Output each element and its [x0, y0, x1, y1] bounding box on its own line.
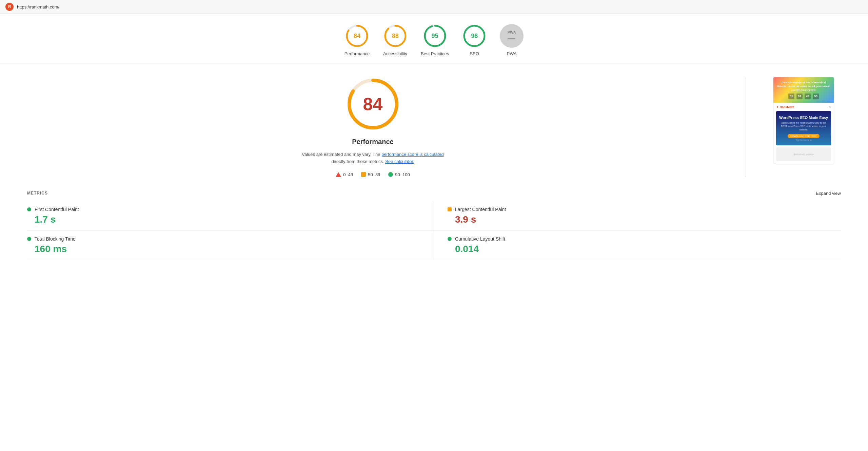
- score-item-pwa[interactable]: PWA — PWA: [500, 24, 524, 56]
- metric-name-row-tbt: Total Blocking Time: [27, 236, 420, 242]
- screenshot-nav: ✦ RankMath ≡: [776, 105, 831, 109]
- high-score-icon: [388, 172, 393, 177]
- score-value-performance: 84: [354, 33, 360, 40]
- desc-text-before: Values are estimated and may vary. The: [302, 152, 380, 157]
- screenshot-body: ✦ RankMath ≡ WordPress SEO Made Easy Ran…: [773, 103, 834, 164]
- timer-h: 01: [788, 94, 794, 99]
- lcp-value: 3.9 s: [448, 214, 841, 225]
- score-circle-best-practices: 95: [423, 24, 447, 48]
- metric-name-row-fcp: First Contentful Paint: [27, 207, 420, 212]
- fcp-label: First Contentful Paint: [35, 207, 79, 212]
- score-label-performance: Performance: [344, 51, 370, 56]
- timer-ms: 50: [813, 94, 819, 99]
- metric-item-lcp: Largest Contentful Paint 3.9 s: [434, 201, 841, 231]
- score-value-accessibility: 88: [392, 33, 399, 40]
- hero-title: WordPress SEO Made Easy: [779, 115, 828, 120]
- metric-item-tbt: Total Blocking Time 160 ms: [27, 231, 434, 260]
- perf-score-link[interactable]: performance score is calculated: [381, 152, 444, 157]
- banner-text: Take Advantage of the 2x Benefits! Unloc…: [777, 81, 830, 88]
- tbt-label: Total Blocking Time: [35, 236, 76, 242]
- hero-link: Try Demo Here: [779, 139, 828, 141]
- top-bar: R https://rankmath.com/: [0, 0, 868, 14]
- score-item-best-practices[interactable]: 95 Best Practices: [421, 24, 449, 56]
- lcp-status-icon: [448, 207, 452, 211]
- performance-description: Values are estimated and may vary. The p…: [298, 151, 448, 165]
- screenshot-footer: dashboard preview: [776, 147, 831, 161]
- calculator-link[interactable]: See calculator.: [385, 159, 414, 164]
- site-logo: R: [5, 3, 14, 11]
- low-score-icon: [336, 172, 341, 177]
- tbt-value: 160 ms: [27, 244, 420, 254]
- tbt-status-icon: [27, 237, 31, 241]
- metrics-title: METRICS: [27, 191, 48, 196]
- desc-text-middle: directly from these metrics.: [331, 159, 384, 164]
- left-panel: 84 Performance Values are estimated and …: [27, 77, 718, 177]
- url-bar: https://rankmath.com/: [17, 4, 59, 9]
- score-circle-seo: 98: [462, 24, 486, 48]
- cls-status-icon: [448, 237, 452, 241]
- performance-title: Performance: [352, 138, 393, 146]
- screenshot-logo: ✦ RankMath: [776, 105, 794, 109]
- score-header: 84 Performance 88 Accessibility 95 Best …: [0, 14, 868, 63]
- legend-item-high: 90–100: [388, 172, 410, 177]
- score-item-accessibility[interactable]: 88 Accessibility: [383, 24, 407, 56]
- pwa-symbol: —: [508, 34, 515, 42]
- big-score-value: 84: [363, 94, 383, 114]
- big-score-circle: 84: [346, 77, 400, 131]
- legend-range-low: 0–49: [343, 172, 353, 177]
- metrics-section: METRICS Expand view First Contentful Pai…: [0, 191, 868, 274]
- screenshot-hero: WordPress SEO Made Easy Rank Math is the…: [776, 111, 831, 146]
- score-label-best-practices: Best Practices: [421, 51, 449, 56]
- metric-item-cls: Cumulative Layout Shift 0.014: [434, 231, 841, 260]
- fcp-value: 1.7 s: [27, 214, 420, 225]
- legend-range-high: 90–100: [395, 172, 410, 177]
- score-circle-performance: 84: [345, 24, 369, 48]
- main-content: 84 Performance Values are estimated and …: [0, 63, 868, 191]
- timer-m: 07: [796, 94, 803, 99]
- score-label-accessibility: Accessibility: [383, 51, 407, 56]
- metric-name-row-cls: Cumulative Layout Shift: [448, 236, 841, 242]
- legend: 0–49 50–89 90–100: [336, 172, 410, 177]
- legend-item-mid: 50–89: [361, 172, 380, 177]
- lcp-label: Largest Contentful Paint: [455, 207, 506, 212]
- score-value-best-practices: 95: [432, 33, 438, 40]
- mid-score-icon: [361, 172, 366, 177]
- timer-s: 45: [805, 94, 811, 99]
- score-label-pwa: PWA: [507, 51, 517, 56]
- divider: [746, 77, 746, 177]
- score-item-seo[interactable]: 98 SEO: [462, 24, 486, 56]
- screenshot-banner: Take Advantage of the 2x Benefits! Unloc…: [773, 77, 834, 103]
- metrics-header: METRICS Expand view: [27, 191, 841, 196]
- metric-item-fcp: First Contentful Paint 1.7 s: [27, 201, 434, 231]
- cls-value: 0.014: [448, 244, 841, 254]
- hero-sub: Rank Math is the most powerful way to ge…: [779, 121, 828, 131]
- score-circle-accessibility: 88: [383, 24, 407, 48]
- score-item-performance[interactable]: 84 Performance: [344, 24, 370, 56]
- legend-range-mid: 50–89: [368, 172, 380, 177]
- score-value-seo: 98: [471, 33, 478, 40]
- right-panel: Take Advantage of the 2x Benefits! Unloc…: [773, 77, 841, 177]
- metric-name-row-lcp: Largest Contentful Paint: [448, 207, 841, 212]
- expand-view-button[interactable]: Expand view: [816, 191, 841, 196]
- countdown-timer: 01 07 45 50: [777, 94, 830, 99]
- hero-btn: DOWNLOAD FOR FREE: [788, 134, 820, 138]
- score-label-seo: SEO: [470, 51, 479, 56]
- site-screenshot: Take Advantage of the 2x Benefits! Unloc…: [773, 77, 834, 164]
- fcp-status-icon: [27, 207, 31, 211]
- pwa-circle: PWA —: [500, 24, 524, 48]
- limited-text: LIMITED TIME OFFER!: [777, 89, 830, 92]
- metrics-grid: First Contentful Paint 1.7 s Largest Con…: [27, 201, 841, 260]
- legend-item-low: 0–49: [336, 172, 353, 177]
- cls-label: Cumulative Layout Shift: [455, 236, 505, 242]
